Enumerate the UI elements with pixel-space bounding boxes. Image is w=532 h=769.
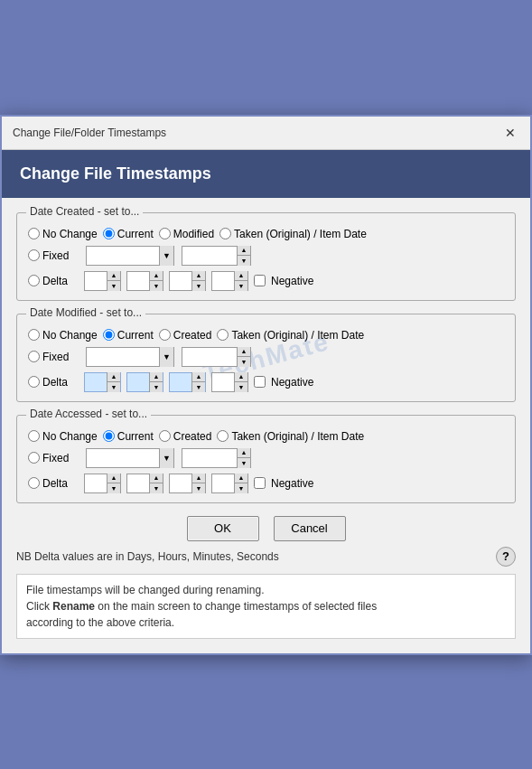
created-d1-input[interactable]: 0 <box>127 274 149 288</box>
created-d3-down[interactable]: ▼ <box>235 281 247 291</box>
created-d1-up[interactable]: ▲ <box>150 271 163 281</box>
accessed-d3-input[interactable]: 0 <box>212 476 234 491</box>
modified-taken-radio[interactable] <box>217 329 229 341</box>
accessed-current-radio[interactable] <box>103 430 115 442</box>
modified-d0-down[interactable]: ▼ <box>107 382 120 392</box>
created-taken-radio[interactable] <box>219 228 231 239</box>
modified-fixed-radio[interactable] <box>28 351 40 362</box>
modified-d1-up[interactable]: ▲ <box>150 372 163 382</box>
created-d2-down[interactable]: ▼ <box>192 281 205 291</box>
modified-d2-down[interactable]: ▼ <box>192 382 205 392</box>
accessed-time-down-btn[interactable]: ▼ <box>238 458 250 468</box>
created-negative-checkbox[interactable] <box>254 275 266 286</box>
accessed-delta-radio[interactable] <box>28 477 40 489</box>
modified-date-input[interactable]: 30/03/2023 <box>87 350 159 364</box>
accessed-no-change-radio[interactable] <box>28 430 40 442</box>
created-delta-radio[interactable] <box>28 275 40 286</box>
modified-date-dropdown-btn[interactable]: ▼ <box>159 347 173 367</box>
accessed-d3-up[interactable]: ▲ <box>235 474 247 483</box>
accessed-current-option[interactable]: Current <box>103 430 154 443</box>
accessed-no-change-option[interactable]: No Change <box>28 430 98 443</box>
modified-time-down-btn[interactable]: ▼ <box>238 357 250 367</box>
created-fixed-option[interactable]: Fixed <box>28 249 79 262</box>
modified-time-up-btn[interactable]: ▲ <box>238 347 250 357</box>
created-d0-up[interactable]: ▲ <box>107 271 120 281</box>
modified-d3-up[interactable]: ▲ <box>235 372 247 382</box>
accessed-date-dropdown-btn[interactable]: ▼ <box>159 448 173 468</box>
created-d3-up[interactable]: ▲ <box>235 271 247 281</box>
modified-no-change-radio[interactable] <box>28 329 40 341</box>
created-delta-option[interactable]: Delta <box>28 275 79 287</box>
accessed-d1-down[interactable]: ▼ <box>150 483 163 493</box>
accessed-d0-input[interactable]: 0 <box>85 476 107 491</box>
accessed-created-radio[interactable] <box>159 430 171 442</box>
modified-d3-spin: ▲ ▼ <box>234 372 247 392</box>
accessed-d3-down[interactable]: ▼ <box>235 483 247 493</box>
modified-delta-d1: 0 ▲ ▼ <box>126 372 163 392</box>
modified-d1-input[interactable]: 0 <box>127 375 149 389</box>
created-date-dropdown-btn[interactable]: ▼ <box>159 246 173 266</box>
created-time-input[interactable]: 18:38:04 <box>182 249 237 263</box>
created-modified-option[interactable]: Modified <box>159 228 214 240</box>
created-time-down-btn[interactable]: ▼ <box>238 256 250 266</box>
created-no-change-option[interactable]: No Change <box>28 228 98 240</box>
accessed-delta-option[interactable]: Delta <box>28 477 79 490</box>
modified-time-input[interactable]: 18:38:04 <box>182 350 237 364</box>
accessed-d0-down[interactable]: ▼ <box>107 483 120 493</box>
footer-buttons-row: OK Cancel <box>16 516 516 541</box>
cancel-button[interactable]: Cancel <box>274 516 346 541</box>
created-modified-radio[interactable] <box>159 228 171 239</box>
modified-taken-option[interactable]: Taken (Original) / Item Date <box>217 329 364 342</box>
created-d0-down[interactable]: ▼ <box>107 281 120 291</box>
modified-current-radio[interactable] <box>103 329 115 341</box>
date-created-options-row: No Change Current Modified Taken (Origin… <box>28 228 504 240</box>
created-d3-input[interactable]: 0 <box>212 274 234 288</box>
help-button[interactable]: ? <box>496 547 516 567</box>
created-fixed-radio[interactable] <box>28 249 40 261</box>
accessed-d2-up[interactable]: ▲ <box>192 474 205 483</box>
modified-no-change-option[interactable]: No Change <box>28 329 98 342</box>
modified-delta-radio[interactable] <box>28 376 40 388</box>
modified-d2-up[interactable]: ▲ <box>192 372 205 382</box>
modified-delta-row: Delta 0 ▲ ▼ 0 ▲ ▼ <box>28 372 504 392</box>
modified-d0-up[interactable]: ▲ <box>107 372 120 382</box>
accessed-taken-text: Taken (Original) / Item Date <box>231 430 364 443</box>
created-current-radio[interactable] <box>103 228 115 239</box>
created-d2-up[interactable]: ▲ <box>192 271 205 281</box>
created-time-up-btn[interactable]: ▲ <box>238 246 250 256</box>
ok-button[interactable]: OK <box>187 516 259 541</box>
created-d1-down[interactable]: ▼ <box>150 281 163 291</box>
modified-negative-checkbox[interactable] <box>254 376 266 388</box>
accessed-d1-input[interactable]: 0 <box>127 476 149 491</box>
accessed-created-option[interactable]: Created <box>159 430 212 443</box>
created-current-option[interactable]: Current <box>103 228 154 240</box>
accessed-taken-radio[interactable] <box>217 430 229 442</box>
created-d2-input[interactable]: 0 <box>170 274 191 288</box>
modified-delta-option[interactable]: Delta <box>28 376 79 389</box>
modified-d3-down[interactable]: ▼ <box>235 382 247 392</box>
accessed-d2-down[interactable]: ▼ <box>192 483 205 493</box>
created-taken-option[interactable]: Taken (Original) / Item Date <box>219 228 367 240</box>
accessed-negative-checkbox[interactable] <box>254 477 266 489</box>
accessed-date-input[interactable]: 30/03/2023 <box>87 451 159 465</box>
modified-d0-input[interactable]: 0 <box>85 375 107 389</box>
accessed-d2-input[interactable]: 0 <box>170 476 191 491</box>
accessed-taken-option[interactable]: Taken (Original) / Item Date <box>217 430 364 443</box>
created-d0-input[interactable]: 0 <box>85 274 107 288</box>
modified-created-radio[interactable] <box>159 329 171 341</box>
created-no-change-radio[interactable] <box>28 228 40 239</box>
modified-current-option[interactable]: Current <box>103 329 154 342</box>
accessed-time-up-btn[interactable]: ▲ <box>238 448 250 458</box>
accessed-d0-up[interactable]: ▲ <box>107 474 120 483</box>
modified-d2-input[interactable]: 0 <box>170 375 191 389</box>
modified-d3-input[interactable]: 0 <box>212 375 234 389</box>
modified-fixed-option[interactable]: Fixed <box>28 351 79 363</box>
modified-created-option[interactable]: Created <box>159 329 212 342</box>
accessed-time-input[interactable]: 18:38:04 <box>182 451 237 465</box>
modified-d1-down[interactable]: ▼ <box>150 382 163 392</box>
accessed-fixed-option[interactable]: Fixed <box>28 452 79 464</box>
accessed-fixed-radio[interactable] <box>28 452 40 464</box>
accessed-d1-up[interactable]: ▲ <box>150 474 163 483</box>
created-date-input[interactable]: 30/03/2023 <box>87 249 159 263</box>
close-button[interactable]: ✕ <box>501 124 519 142</box>
